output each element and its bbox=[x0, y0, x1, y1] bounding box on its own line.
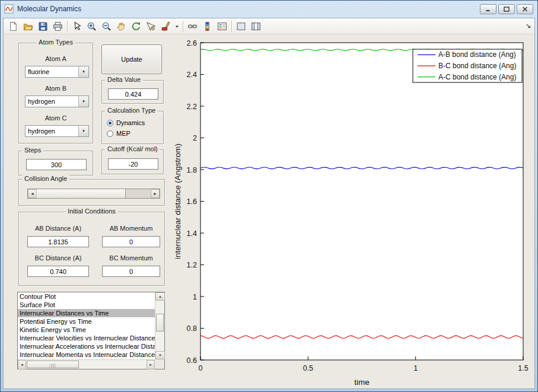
list-item[interactable]: Surface Plot bbox=[18, 301, 155, 309]
radio-dynamics[interactable]: Dynamics bbox=[102, 117, 163, 128]
atom-b-label: Atom B bbox=[19, 85, 93, 92]
new-figure-button[interactable] bbox=[6, 20, 21, 33]
bc-momentum-field[interactable] bbox=[102, 266, 160, 277]
scrollbar-corner bbox=[155, 359, 164, 369]
atom-b-value: hydrogen bbox=[26, 96, 78, 107]
calculation-type-panel: Calculation Type DynamicsMEP bbox=[101, 111, 164, 144]
data-cursor-button[interactable] bbox=[144, 20, 158, 33]
new-file-icon bbox=[8, 21, 18, 31]
save-figure-button[interactable] bbox=[36, 20, 50, 33]
atom-c-label: Atom C bbox=[19, 114, 93, 122]
cutoff-title: Cutoff (Kcal/ mol) bbox=[105, 145, 160, 152]
zoom-out-icon bbox=[101, 21, 112, 31]
ab-momentum-label: AB Momentum bbox=[102, 225, 160, 232]
insert-legend-button[interactable] bbox=[215, 20, 230, 33]
horizontal-scroll-thumb[interactable] bbox=[27, 361, 79, 368]
delta-value-field[interactable] bbox=[108, 88, 158, 100]
radio-circle-icon bbox=[107, 130, 113, 137]
calculation-type-title: Calculation Type bbox=[105, 107, 158, 114]
list-item[interactable]: Internuclear Distances vs Time bbox=[18, 309, 155, 317]
brush-data-button[interactable] bbox=[158, 20, 173, 33]
chevron-down-icon[interactable]: ▼ bbox=[78, 66, 88, 77]
zoom-in-button[interactable] bbox=[84, 20, 99, 33]
update-button[interactable]: Update bbox=[101, 44, 162, 74]
title-bar[interactable]: Molecular Dynamics bbox=[1, 1, 537, 17]
rotate-3d-button[interactable] bbox=[129, 20, 144, 33]
atom-b-dropdown[interactable]: hydrogen ▼ bbox=[25, 95, 89, 107]
radio-circle-icon bbox=[107, 120, 113, 126]
scroll-right-arrow-icon[interactable]: ► bbox=[147, 360, 155, 369]
initial-conditions-panel: Initial Conditions AB Distance (A) AB Mo… bbox=[18, 212, 165, 286]
ab-distance-label: AB Distance (A) bbox=[27, 225, 89, 232]
ab-momentum-field[interactable] bbox=[102, 236, 160, 247]
collision-angle-panel: Collision Angle ◄ ► bbox=[18, 179, 165, 206]
matlab-figure-icon bbox=[4, 4, 14, 14]
ab-distance-field[interactable] bbox=[27, 236, 89, 247]
brush-options-button[interactable] bbox=[173, 20, 181, 33]
list-item[interactable]: Contour Plot bbox=[18, 292, 155, 301]
atom-a-value: fluorine bbox=[26, 66, 78, 77]
list-item[interactable]: Potential Energy vs Time bbox=[18, 317, 155, 326]
atom-c-dropdown[interactable]: hydrogen ▼ bbox=[25, 125, 89, 137]
listbox-horizontal-scrollbar[interactable]: ◄ ► bbox=[18, 359, 155, 369]
edit-plot-button[interactable] bbox=[69, 20, 84, 33]
y-tick-label: 1.6 bbox=[187, 197, 197, 206]
minimize-button[interactable] bbox=[480, 4, 496, 14]
cutoff-field[interactable] bbox=[108, 158, 158, 170]
slider-track[interactable] bbox=[126, 189, 151, 198]
slider-thumb[interactable] bbox=[37, 189, 126, 198]
plot-type-listbox[interactable]: Contour PlotSurface PlotInternuclear Dis… bbox=[17, 292, 165, 369]
dock-arrow-icon[interactable]: ↘ bbox=[526, 22, 531, 30]
show-plot-tools-icon bbox=[251, 21, 261, 31]
print-figure-button[interactable] bbox=[50, 20, 65, 33]
chevron-down-icon[interactable]: ▼ bbox=[78, 126, 88, 136]
maximize-button[interactable] bbox=[498, 4, 515, 14]
insert-colorbar-button[interactable] bbox=[200, 20, 215, 33]
y-tick-label: 2.4 bbox=[187, 71, 197, 79]
toolbar-separator bbox=[231, 21, 232, 32]
listbox-vertical-scrollbar[interactable]: ▲ ▼ bbox=[155, 292, 164, 359]
minimize-icon bbox=[485, 5, 491, 14]
scroll-left-arrow-icon[interactable]: ◄ bbox=[18, 360, 26, 369]
y-tick-label: 2.6 bbox=[187, 39, 197, 47]
atom-c-value: hydrogen bbox=[26, 126, 78, 136]
radio-mep[interactable]: MEP bbox=[102, 128, 163, 139]
y-tick-label: 1.8 bbox=[187, 166, 197, 174]
y-tick-label: 1 bbox=[193, 293, 197, 301]
atom-a-dropdown[interactable]: fluorine ▼ bbox=[25, 66, 89, 78]
steps-field[interactable] bbox=[26, 159, 87, 170]
bc-distance-field[interactable] bbox=[27, 266, 89, 277]
open-file-button[interactable] bbox=[21, 20, 36, 33]
hide-plot-tools-button[interactable] bbox=[234, 20, 249, 33]
scroll-down-arrow-icon[interactable]: ▼ bbox=[155, 351, 165, 359]
y-tick-label: 1.4 bbox=[187, 230, 197, 238]
list-item[interactable]: Internuclear Velocities vs Internuclear … bbox=[18, 334, 155, 342]
slider-left-arrow-icon[interactable]: ◄ bbox=[28, 189, 37, 198]
list-item[interactable]: Internuclear Accelerations vs Internucle… bbox=[18, 342, 155, 350]
list-item[interactable]: Internuclear Momenta vs Internuclear Dis… bbox=[18, 350, 155, 359]
chevron-down-icon[interactable]: ▼ bbox=[78, 96, 88, 107]
y-axis-label: internuclear distance (Angstrom) bbox=[173, 144, 182, 259]
pan-button[interactable] bbox=[114, 20, 129, 33]
y-tick-label: 2.2 bbox=[187, 103, 197, 111]
scroll-up-arrow-icon[interactable]: ▲ bbox=[155, 292, 165, 301]
slider-right-arrow-icon[interactable]: ► bbox=[151, 189, 160, 198]
vertical-scroll-thumb[interactable] bbox=[156, 314, 164, 332]
close-button[interactable] bbox=[517, 4, 533, 14]
list-item[interactable]: Kinetic Energy vs Time bbox=[18, 326, 155, 334]
show-plot-tools-button[interactable] bbox=[249, 20, 263, 33]
cutoff-panel: Cutoff (Kcal/ mol) bbox=[101, 149, 164, 174]
legend[interactable]: A-B bond distance (Ang)B-C bond distance… bbox=[413, 49, 522, 82]
y-tick-label: 0.6 bbox=[187, 356, 197, 365]
link-plot-button[interactable] bbox=[185, 20, 200, 33]
maximize-icon bbox=[504, 5, 510, 14]
x-axis-label: time bbox=[354, 378, 370, 387]
open-folder-icon bbox=[23, 21, 33, 31]
print-icon bbox=[53, 21, 63, 31]
legend-icon bbox=[217, 21, 227, 31]
legend-entry-label: A-C bond distance (Ang) bbox=[438, 73, 516, 81]
close-icon bbox=[522, 5, 528, 14]
zoom-out-button[interactable] bbox=[99, 20, 114, 33]
collision-angle-slider[interactable]: ◄ ► bbox=[27, 189, 160, 199]
figure-client-area: ↘ Atom Types Atom A fluorine ▼ Atom B hy… bbox=[3, 18, 535, 389]
